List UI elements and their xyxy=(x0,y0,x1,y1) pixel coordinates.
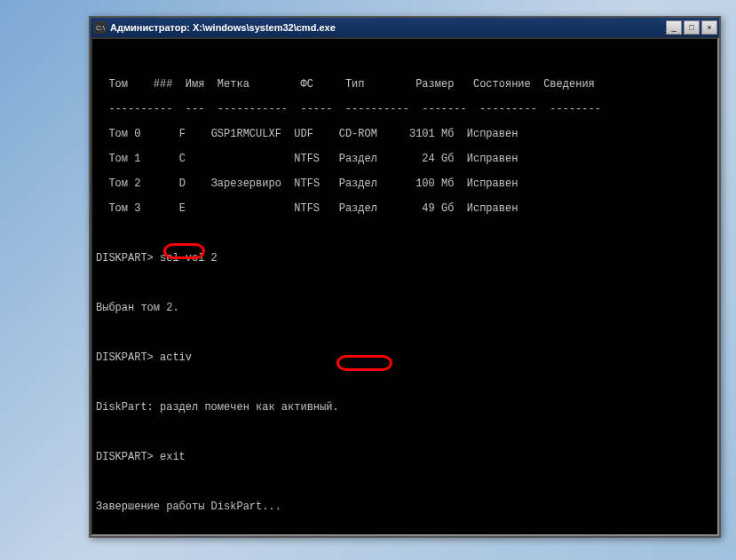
cmd-icon: C:\ xyxy=(94,21,107,34)
minimize-button[interactable]: _ xyxy=(666,20,682,35)
table-row: Том 2 D Зарезервиро NTFS Раздел 100 Мб И… xyxy=(96,177,714,190)
table-row: Том 3 E NTFS Раздел 49 Gб Исправен xyxy=(96,202,714,215)
window-title: Администратор: X:\windows\system32\cmd.e… xyxy=(110,22,666,33)
close-button[interactable]: × xyxy=(701,20,717,35)
maximize-button[interactable]: □ xyxy=(684,20,700,35)
cmd-exit: DISKPART> exit xyxy=(96,451,714,463)
header-row: Том ### Имя Метка ФС Тип Размер Состояни… xyxy=(96,78,714,91)
cmd-window: C:\ Администратор: X:\windows\system32\c… xyxy=(89,16,721,538)
cmd-activ: DISKPART> activ xyxy=(96,351,714,364)
divider: ---------- --- ----------- ----- -------… xyxy=(96,103,714,115)
table-row: Том 1 C NTFS Раздел 24 Gб Исправен xyxy=(96,153,714,165)
terminal-output[interactable]: Том ### Имя Метка ФС Тип Размер Состояни… xyxy=(91,37,719,536)
cmd-selvol: DISKPART> sel vol 2 xyxy=(96,252,714,264)
selvol-result: Выбран том 2. xyxy=(96,302,714,314)
titlebar[interactable]: C:\ Администратор: X:\windows\system32\c… xyxy=(91,18,719,37)
table-row: Том 0 F GSP1RMCULXF UDF CD-ROM 3101 Мб И… xyxy=(96,128,714,140)
exit-result: Завершение работы DiskPart... xyxy=(96,501,714,513)
window-controls: _ □ × xyxy=(666,20,717,35)
activ-result: DiskPart: раздел помечен как активный. xyxy=(96,401,714,414)
